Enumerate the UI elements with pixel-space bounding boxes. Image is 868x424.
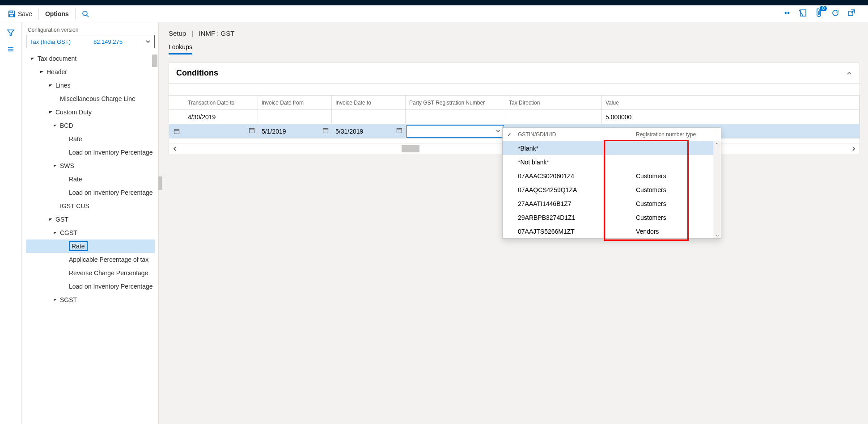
party-gst-input[interactable] xyxy=(406,125,504,138)
lookup-row[interactable]: *Not blank* xyxy=(503,155,721,169)
tree-item-label: Load on Inventory Percentage xyxy=(69,283,153,290)
options-label: Options xyxy=(45,10,69,17)
options-button[interactable]: Options xyxy=(41,8,73,20)
tree-item-sgst[interactable]: SGST xyxy=(26,293,155,306)
tab-lookups[interactable]: Lookups xyxy=(169,43,192,55)
tree-item-header[interactable]: Header xyxy=(26,65,155,79)
tree-item-rate[interactable]: Rate xyxy=(26,132,155,146)
lookup-gstin: 07AAJTS5266M1ZT xyxy=(516,228,636,235)
svg-rect-1 xyxy=(10,11,13,13)
cell-invoice-date-to[interactable]: 5/31/2019 xyxy=(332,124,406,138)
lookup-row[interactable]: *Blank* xyxy=(503,141,721,155)
tree-item-igst-cus[interactable]: IGST CUS xyxy=(26,199,155,213)
list-icon[interactable] xyxy=(7,45,15,55)
row-selector[interactable] xyxy=(169,110,184,124)
col-select[interactable] xyxy=(169,96,184,109)
attachment-badge: 0 xyxy=(820,6,827,11)
row-selector[interactable] xyxy=(169,124,184,138)
caret-icon xyxy=(48,110,53,115)
popup-scrollbar[interactable] xyxy=(713,141,721,238)
popup-header: ✓ GSTIN/GDI/UID Registration number type xyxy=(503,128,721,141)
cell-party-gst[interactable] xyxy=(406,110,505,124)
col-trans-date-to[interactable]: Transaction Date to xyxy=(184,96,258,109)
tree-item-rate[interactable]: Rate xyxy=(26,172,155,186)
tree-item-gst[interactable]: GST xyxy=(26,213,155,226)
svg-line-4 xyxy=(87,15,89,17)
lookup-row[interactable]: 27AAATI1446B1Z7Customers xyxy=(503,197,721,210)
crumb-setup[interactable]: Setup xyxy=(169,29,186,37)
tree-item-custom-duty[interactable]: Custom Duty xyxy=(26,105,155,119)
tree-item-sws[interactable]: SWS xyxy=(26,159,155,172)
cell-party-gst[interactable] xyxy=(406,124,505,138)
lookup-row[interactable]: 29ARBPB3274D1Z1Customers xyxy=(503,210,721,224)
lookup-row[interactable]: 07AAQCS4259Q1ZACustomers xyxy=(503,183,721,197)
svg-rect-22 xyxy=(250,129,254,133)
scroll-left-icon[interactable] xyxy=(172,146,178,152)
breadcrumb: Setup | INMF : GST xyxy=(169,28,860,43)
popout-icon[interactable] xyxy=(847,9,855,18)
tree-item-lines[interactable]: Lines xyxy=(26,79,155,92)
tree-item-cgst[interactable]: CGST xyxy=(26,226,155,239)
tree-item-label: Miscellaneous Charge Line xyxy=(60,95,135,102)
calendar-icon[interactable] xyxy=(249,127,255,135)
col-value[interactable]: Value xyxy=(602,96,860,109)
search-button[interactable] xyxy=(77,8,93,20)
tree-item-label: BCD xyxy=(60,122,73,129)
tree-item-load-on-inventory-percentage[interactable]: Load on Inventory Percentage xyxy=(26,186,155,199)
sidebar-scrollbar[interactable] xyxy=(151,49,158,424)
lookup-reg-type: Customers xyxy=(636,214,721,221)
tree-item-bcd[interactable]: BCD xyxy=(26,119,155,132)
cell-invoice-date-from[interactable] xyxy=(258,110,332,124)
svg-marker-19 xyxy=(54,299,57,301)
tree-item-load-on-inventory-percentage[interactable]: Load on Inventory Percentage xyxy=(26,146,155,159)
svg-rect-30 xyxy=(397,129,402,133)
tree-item-applicable-percentage-of-tax[interactable]: Applicable Percentage of tax xyxy=(26,253,155,266)
svg-marker-15 xyxy=(54,125,57,127)
search-icon xyxy=(82,10,89,17)
attachment-icon[interactable]: 0 xyxy=(815,8,823,19)
book-icon[interactable] xyxy=(799,9,807,18)
tree-item-rate[interactable]: Rate xyxy=(26,239,155,253)
table-row[interactable]: 4/30/20195.000000 xyxy=(169,110,860,124)
svg-marker-11 xyxy=(31,58,34,60)
lookup-reg-type: Vendors xyxy=(636,228,721,235)
col-invoice-date-to[interactable]: Invoice Date to xyxy=(332,96,406,109)
col-invoice-date-from[interactable]: Invoice Date from xyxy=(258,96,332,109)
chevron-down-icon[interactable] xyxy=(495,128,501,135)
svg-rect-20 xyxy=(174,129,179,134)
crumb-entity: INMF : GST xyxy=(199,29,234,37)
scroll-right-icon[interactable] xyxy=(851,146,857,152)
lookup-gstin: *Not blank* xyxy=(516,159,636,166)
config-version-select[interactable]: Tax (India GST) 82.149.275 xyxy=(26,35,155,48)
caret-icon xyxy=(53,231,57,235)
cell-value[interactable]: 5.000000 xyxy=(602,110,860,124)
col-party-gst[interactable]: Party GST Registration Number xyxy=(406,96,505,109)
splitter-handle[interactable] xyxy=(158,176,162,190)
tree-item-tax-document[interactable]: Tax document xyxy=(26,52,155,65)
link-icon[interactable] xyxy=(783,9,791,18)
calendar-icon[interactable] xyxy=(396,127,402,135)
lookup-row[interactable]: 07AAACS020601Z4Customers xyxy=(503,169,721,183)
col-tax-direction[interactable]: Tax Direction xyxy=(505,96,602,109)
popup-col-reg-type[interactable]: Registration number type xyxy=(636,131,721,138)
cell-tax-direction[interactable] xyxy=(505,110,602,124)
cell-invoice-date-to[interactable] xyxy=(332,110,406,124)
lookup-gstin: 07AAACS020601Z4 xyxy=(516,172,636,180)
scroll-thumb[interactable] xyxy=(402,145,419,152)
calendar-icon[interactable] xyxy=(322,127,329,135)
caret-icon xyxy=(30,56,35,61)
tree-item-reverse-charge-percentage[interactable]: Reverse Charge Percentage xyxy=(26,266,155,280)
lookup-row[interactable]: 07AAJTS5266M1ZTVendors xyxy=(503,224,721,238)
save-button[interactable]: Save xyxy=(4,8,37,20)
cell-invoice-date-from[interactable]: 5/1/2019 xyxy=(258,124,332,138)
conditions-header[interactable]: Conditions xyxy=(169,63,860,84)
tree-item-miscellaneous-charge-line[interactable]: Miscellaneous Charge Line xyxy=(26,92,155,105)
conditions-body: Transaction Date to Invoice Date from In… xyxy=(169,84,860,154)
cell-trans-date-to[interactable] xyxy=(184,124,258,138)
tree-item-label: Lines xyxy=(55,82,70,89)
refresh-icon[interactable] xyxy=(831,9,839,18)
popup-col-gstin[interactable]: GSTIN/GDI/UID xyxy=(516,131,636,138)
filter-icon[interactable] xyxy=(7,29,15,38)
tree-item-load-on-inventory-percentage[interactable]: Load on Inventory Percentage xyxy=(26,280,155,293)
cell-trans-date-to[interactable]: 4/30/2019 xyxy=(184,110,258,124)
